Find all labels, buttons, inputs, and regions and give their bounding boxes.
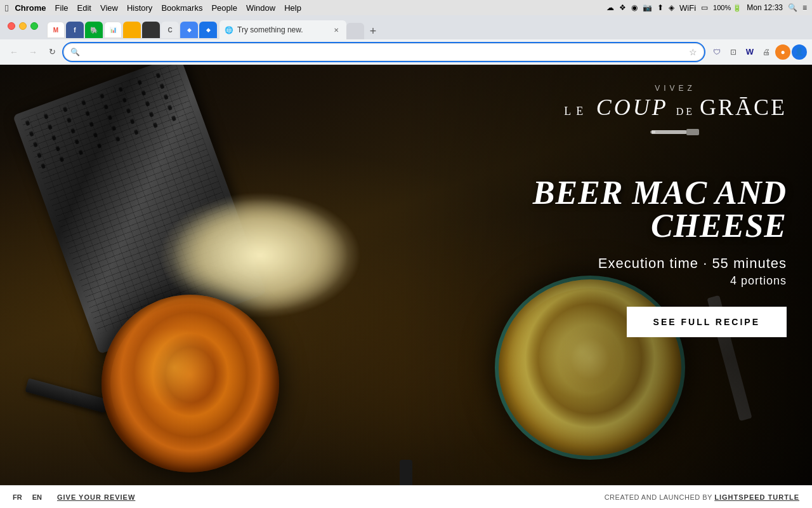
dropbox-icon: ❖ (619, 3, 626, 12)
apple-menu[interactable]:  (5, 3, 8, 13)
footer-right: CREATED AND LAUNCHED BY LIGHTSPEED TURTL… (605, 493, 799, 501)
svg-rect-1 (686, 129, 699, 135)
audio-icon: ◈ (669, 3, 674, 12)
knife-svg (650, 126, 701, 138)
menubar-bookmarks[interactable]: Bookmarks (161, 3, 202, 13)
menubar:  Chrome File Edit View History Bookmark… (0, 0, 812, 15)
tab-close-button[interactable]: ✕ (331, 25, 341, 35)
extension-print-icon[interactable]: 🖨 (759, 44, 774, 60)
clock: Mon 12:33 (747, 3, 783, 12)
airplay-icon: ▭ (701, 3, 708, 12)
cloud-icon: ☁ (606, 3, 614, 12)
menubar-right: ☁ ❖ ◉ 📷 ⬆ ◈ WiFi ▭ 100% 🔋 Mon 12:33 🔍 ≡ (606, 3, 807, 13)
tab-title: Try something new. (237, 25, 303, 34)
extensions: 🛡 ⊡ W 🖨 ● 👤 (709, 44, 807, 60)
pinned-tab-gmail[interactable]: M (47, 22, 65, 38)
pinned-tab-evernote[interactable]: 🐘 (85, 22, 103, 38)
empty-tab (346, 23, 364, 39)
extension-shield-icon[interactable]: 🛡 (709, 44, 724, 60)
hero-content: VIVEZ LE COUP DE GRĀCE BEER MAC AND C (400, 65, 812, 485)
back-button[interactable]: ← (5, 43, 23, 61)
pinned-tab-sheets[interactable]: 📊 (104, 22, 122, 38)
pinned-tab-fb[interactable]: f (66, 22, 84, 38)
brand-vivez: VIVEZ (564, 84, 787, 93)
footer: FR EN GIVE YOUR REVIEW CREATED AND LAUNC… (0, 485, 812, 508)
toolbar: ← → ↻ 🔍 ☆ 🛡 ⊡ W 🖨 ● 👤 (0, 39, 812, 65)
refresh-button[interactable]: ↻ (43, 43, 61, 61)
extension-orange-icon[interactable]: ● (775, 44, 790, 60)
wifi-icon: WiFi (679, 3, 696, 13)
content-area: VIVEZ LE COUP DE GRĀCE BEER MAC AND C (0, 65, 812, 485)
give-review-link[interactable]: GIVE YOUR REVIEW (57, 493, 135, 501)
traffic-lights (8, 22, 38, 30)
maximize-button[interactable] (30, 22, 38, 30)
lang-en[interactable]: EN (32, 493, 42, 501)
search-menubar-icon[interactable]: 🔍 (788, 3, 797, 12)
chrome-window: M f 🐘 📊 C ◆ ◆ 🌐 Try something new. ✕ + (0, 15, 812, 508)
menubar-chrome[interactable]: Chrome (15, 3, 46, 13)
cloud2-icon: ⬆ (657, 3, 664, 12)
pinned-tab-yellow[interactable] (123, 22, 141, 38)
brand-grace: GRĀCE (700, 95, 787, 120)
nav-buttons: ← → ↻ (5, 43, 61, 61)
menubar-edit[interactable]: Edit (77, 3, 91, 13)
execution-time: Execution time · 55 minutes (598, 255, 787, 272)
forward-button[interactable]: → (24, 43, 42, 61)
menubar-people[interactable]: People (211, 3, 237, 13)
close-button[interactable] (8, 22, 15, 30)
antivirus-icon: ◉ (631, 3, 638, 12)
see-full-recipe-button[interactable]: SEE FULL RECIPE (627, 307, 787, 337)
pinned-tab-blue2[interactable]: ◆ (199, 22, 217, 38)
address-input[interactable] (84, 47, 685, 57)
brand-knife-icon (564, 126, 787, 138)
extension-icon-1[interactable]: ⊡ (726, 44, 741, 60)
battery-status: 100% 🔋 (713, 4, 742, 12)
pan-handle (25, 378, 108, 413)
menubar-help[interactable]: Help (284, 3, 301, 13)
minimize-button[interactable] (19, 22, 27, 30)
recipe-title: BEER MAC AND CHEESE (425, 177, 787, 243)
menu-icon[interactable]: ≡ (802, 3, 807, 12)
bookmark-star-icon[interactable]: ☆ (689, 47, 697, 57)
pinned-tab-dark[interactable] (142, 22, 160, 38)
new-tab-button[interactable]: + (364, 23, 382, 39)
brand-coup: COUP (596, 95, 669, 120)
titlebar: M f 🐘 📊 C ◆ ◆ 🌐 Try something new. ✕ + (0, 15, 812, 39)
menubar-file[interactable]: File (55, 3, 69, 13)
tab-bar: M f 🐘 📊 C ◆ ◆ 🌐 Try something new. ✕ + (44, 15, 382, 39)
grater-holes (25, 69, 185, 169)
address-bar[interactable]: 🔍 ☆ (63, 43, 704, 61)
footer-left: FR EN GIVE YOUR REVIEW (13, 493, 135, 501)
brand-section: VIVEZ LE COUP DE GRĀCE (564, 84, 787, 138)
svg-rect-2 (650, 131, 655, 133)
menubar-items: Chrome File Edit View History Bookmarks … (15, 3, 301, 13)
lightspeed-turtle-link[interactable]: LIGHTSPEED TURTLE (714, 493, 799, 501)
active-tab[interactable]: 🌐 Try something new. ✕ (219, 20, 346, 39)
menubar-history[interactable]: History (127, 3, 152, 13)
extension-w-icon[interactable]: W (742, 44, 757, 60)
brand-de: DE (676, 106, 700, 117)
svg-rect-0 (652, 130, 686, 134)
pinned-tabs: M f 🐘 📊 C ◆ ◆ (44, 20, 219, 39)
created-text: CREATED AND LAUNCHED BY (605, 493, 712, 501)
camera-icon: 📷 (643, 3, 652, 12)
tab-favicon: 🌐 (225, 26, 233, 34)
pinned-tab-blue1[interactable]: ◆ (180, 22, 198, 38)
profile-icon[interactable]: 👤 (792, 44, 807, 60)
pinned-tab-c[interactable]: C (161, 22, 179, 38)
mac-cheese-dish-1 (102, 295, 279, 472)
menubar-view[interactable]: View (100, 3, 118, 13)
search-icon: 🔍 (70, 48, 80, 57)
recipe-meta: Execution time · 55 minutes 4 portions (598, 255, 787, 288)
brand-name: LE COUP DE GRĀCE (564, 95, 787, 121)
lang-fr[interactable]: FR (13, 493, 22, 501)
brand-le: LE (564, 105, 596, 117)
menubar-window[interactable]: Window (246, 3, 275, 13)
portions: 4 portions (598, 274, 787, 288)
